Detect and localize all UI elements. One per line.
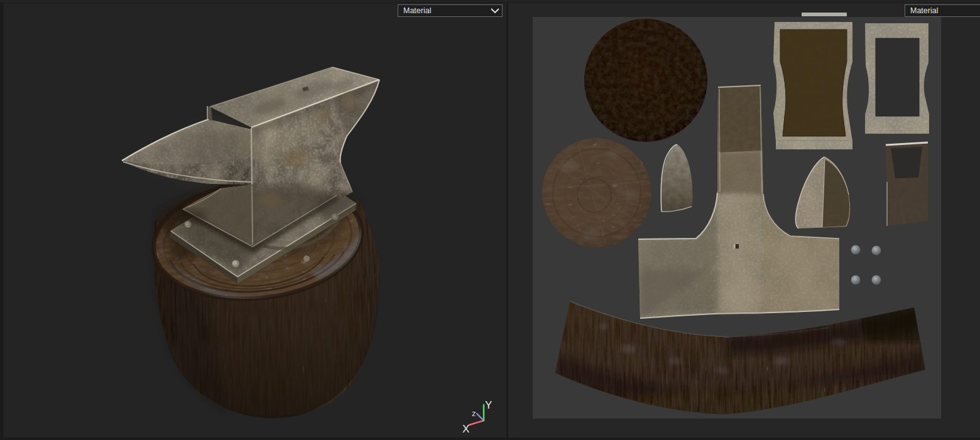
svg-text:Y: Y: [485, 399, 492, 411]
svg-text:Material: Material: [403, 6, 431, 15]
svg-text:Material: Material: [910, 6, 938, 15]
svg-text:X: X: [462, 423, 469, 435]
svg-text:z: z: [472, 409, 476, 418]
